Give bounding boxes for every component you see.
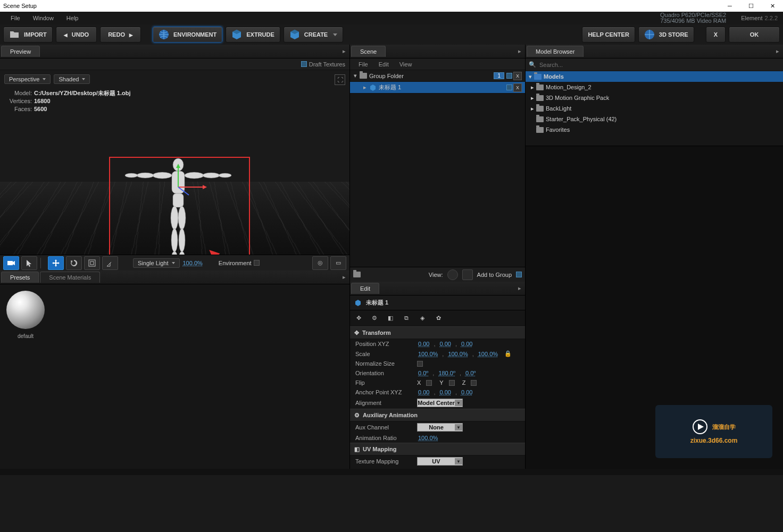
preview-tab[interactable]: Preview xyxy=(1,46,40,57)
flip-z-checkbox[interactable] xyxy=(471,380,477,386)
scene-menu-view[interactable]: View xyxy=(395,61,417,67)
animation-ratio[interactable]: 100.0% xyxy=(417,435,439,441)
model-browser-tab[interactable]: Model Browser xyxy=(527,46,584,57)
panel-collapse-arrow[interactable]: ▸ xyxy=(514,285,525,292)
delete-button[interactable]: X xyxy=(513,72,522,80)
anchor-z[interactable]: 0.00 xyxy=(460,389,473,395)
shade-mode-dropdown[interactable]: Shaded xyxy=(54,74,90,84)
view-mode-1[interactable] xyxy=(447,269,458,280)
ok-button[interactable]: OK xyxy=(729,27,780,43)
frame-tool[interactable]: ▭ xyxy=(330,256,346,270)
reflect-icon[interactable]: ◈ xyxy=(417,313,428,324)
move-tool[interactable] xyxy=(48,256,64,270)
scale-y[interactable]: 100.0% xyxy=(447,351,469,357)
model-tree-item[interactable]: ▸3D Motion Graphic Pack xyxy=(526,92,783,103)
scale-tool[interactable] xyxy=(84,256,100,270)
add-to-group-button[interactable]: Add to Group xyxy=(477,272,512,278)
environment-checkbox[interactable] xyxy=(254,260,260,266)
menu-window[interactable]: Window xyxy=(27,15,60,21)
focus-tool[interactable]: ◎ xyxy=(312,256,328,270)
fullscreen-icon[interactable]: ⛶ xyxy=(335,74,345,85)
settings-icon[interactable]: ✿ xyxy=(433,313,444,324)
close-x-button[interactable]: X xyxy=(706,27,726,43)
aux-channel-select[interactable]: None▼ xyxy=(417,423,463,432)
orient-x[interactable]: 0.0º xyxy=(417,370,429,376)
texture-mapping-select[interactable]: UV▼ xyxy=(417,457,463,466)
lock-icon[interactable]: 🔒 xyxy=(504,350,512,357)
menu-help[interactable]: Help xyxy=(60,15,85,21)
light-percentage[interactable]: 100.0% xyxy=(182,260,204,266)
gear-icon[interactable]: ⚙ xyxy=(369,313,380,324)
minimize-button[interactable]: ─ xyxy=(719,0,740,12)
draft-textures-checkbox[interactable] xyxy=(301,61,307,67)
flip-x-checkbox[interactable] xyxy=(426,380,432,386)
panel-collapse-arrow[interactable]: ▸ xyxy=(339,274,349,281)
model-tree-item[interactable]: ▸Favorites xyxy=(526,124,783,135)
flip-y-checkbox[interactable] xyxy=(449,380,455,386)
panel-collapse-arrow[interactable]: ▸ xyxy=(772,48,783,55)
maximize-button[interactable]: ☐ xyxy=(740,0,762,12)
orient-z[interactable]: 0.0º xyxy=(464,370,477,376)
scene-menu-edit[interactable]: Edit xyxy=(374,61,393,67)
presets-tab[interactable]: Presets xyxy=(1,272,39,283)
scene-item-row[interactable]: ▸ 未标题 1 X xyxy=(350,82,525,94)
disclosure-icon[interactable]: ▾ xyxy=(529,73,532,80)
close-button[interactable]: ✕ xyxy=(762,0,783,12)
position-z[interactable]: 0.00 xyxy=(460,341,473,347)
visibility-checkbox[interactable] xyxy=(506,85,512,90)
delete-button[interactable]: X xyxy=(513,83,522,92)
scene-menu-file[interactable]: File xyxy=(354,61,372,67)
create-button[interactable]: CREATE xyxy=(284,27,343,43)
orient-y[interactable]: 180.0º xyxy=(437,370,456,376)
edit-tab[interactable]: Edit xyxy=(351,283,379,294)
transform-section-header[interactable]: ✥ Transform xyxy=(350,326,525,339)
material-icon[interactable]: ◧ xyxy=(385,313,396,324)
svg-rect-27 xyxy=(90,261,94,265)
select-tool[interactable] xyxy=(21,256,37,270)
disclosure-icon[interactable]: ▸ xyxy=(363,84,367,91)
move-icon[interactable]: ✥ xyxy=(353,313,364,324)
play-icon xyxy=(692,419,708,435)
anchor-x[interactable]: 0.00 xyxy=(417,389,430,395)
undo-button[interactable]: ◂UNDO xyxy=(56,27,97,43)
scale-x[interactable]: 100.0% xyxy=(417,351,439,357)
add-to-group-checkbox[interactable] xyxy=(516,272,522,277)
position-y[interactable]: 0.00 xyxy=(438,341,452,347)
model-tree-item[interactable]: ▸Starter_Pack_Physical (42) xyxy=(526,114,783,124)
scene-tab[interactable]: Scene xyxy=(351,46,386,57)
model-tree-root[interactable]: ▾ Models xyxy=(526,71,783,82)
panel-collapse-arrow[interactable]: ▸ xyxy=(339,48,349,55)
3d-store-button[interactable]: 3D STORE xyxy=(638,27,694,43)
preview-viewport[interactable]: Perspective Shaded ⛶ Model:C:/Users/YZH/… xyxy=(0,70,349,255)
redo-button[interactable]: REDO▸ xyxy=(100,27,141,43)
alignment-select[interactable]: Model Center▼ xyxy=(417,399,463,407)
environment-button[interactable]: ENVIRONMENT xyxy=(153,27,222,43)
panel-collapse-arrow[interactable]: ▸ xyxy=(514,48,525,55)
extrude-button[interactable]: EXTRUDE xyxy=(226,27,280,43)
scene-materials-tab[interactable]: Scene Materials xyxy=(40,272,100,283)
view-mode-dropdown[interactable]: Perspective xyxy=(4,74,51,84)
scale-z[interactable]: 100.0% xyxy=(477,351,499,357)
rotate-tool[interactable] xyxy=(66,256,82,270)
visibility-checkbox[interactable] xyxy=(506,73,512,79)
group-icon[interactable]: ⧉ xyxy=(401,313,412,324)
camera-tool[interactable] xyxy=(3,256,19,270)
model-tree-item[interactable]: ▸Motion_Design_2 xyxy=(526,82,783,92)
light-mode-dropdown[interactable]: Single Light xyxy=(133,258,180,268)
menu-file[interactable]: File xyxy=(4,15,27,21)
scene-group-folder-row[interactable]: ▾ Group Folder 1 X xyxy=(350,70,525,82)
help-center-button[interactable]: HELP CENTER xyxy=(582,27,635,43)
view-mode-2[interactable] xyxy=(462,269,473,280)
import-button[interactable]: IMPORT xyxy=(3,27,53,43)
uv-section-header[interactable]: ◧ UV Mapping xyxy=(350,443,525,455)
material-preset-default[interactable]: default xyxy=(6,291,45,462)
new-folder-button[interactable] xyxy=(353,272,361,277)
normalize-checkbox[interactable] xyxy=(417,361,423,367)
position-x[interactable]: 0.00 xyxy=(417,341,430,347)
anchor-y[interactable]: 0.00 xyxy=(438,389,452,395)
anchor-tool[interactable] xyxy=(102,256,118,270)
model-tree-item[interactable]: ▸BackLight xyxy=(526,103,783,114)
search-input[interactable] xyxy=(539,62,780,68)
disclosure-icon[interactable]: ▾ xyxy=(353,72,357,79)
aux-section-header[interactable]: ⚙ Auxiliary Animation xyxy=(350,409,525,421)
